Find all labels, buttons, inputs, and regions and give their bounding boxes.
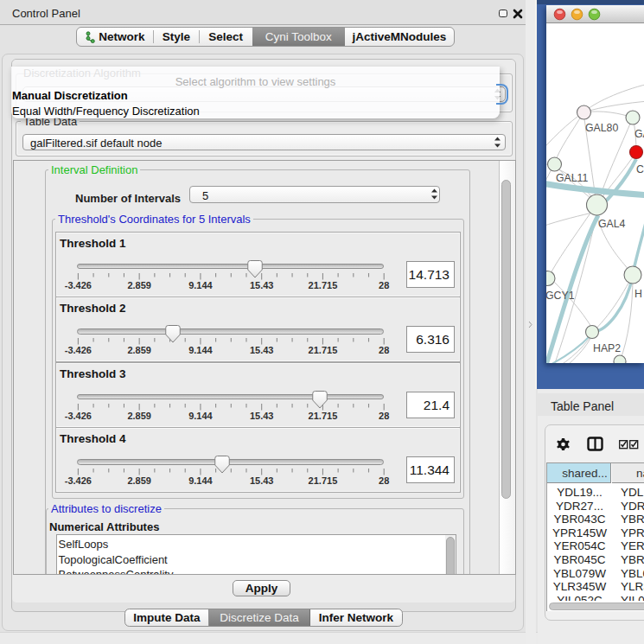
svg-text:GAL11: GAL11 [556,172,589,184]
svg-text:HAP2: HAP2 [593,342,621,354]
svg-text:GAL80: GAL80 [585,122,618,134]
svg-text:C: C [636,163,644,175]
svg-text:GA: GA [634,128,644,140]
svg-text:GCY1: GCY1 [546,290,575,302]
svg-text:GAL4: GAL4 [598,218,626,230]
svg-text:H: H [634,288,642,300]
